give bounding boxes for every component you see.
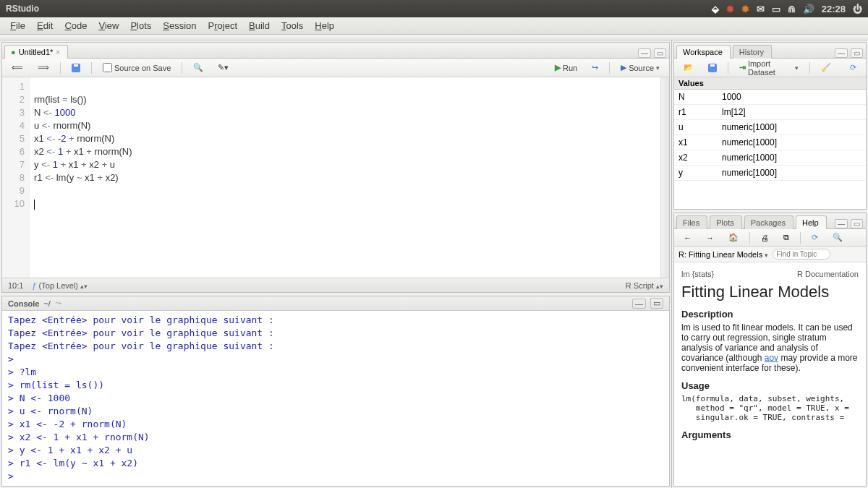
system-tray: ⬙ ✹ ✹ ✉ ▭ ⋒ 🔊 22:28 ⏻ <box>712 4 862 14</box>
code-area[interactable]: rm(list = ls()) N <- 1000 u <- rnorm(N) … <box>30 77 669 278</box>
ws-row[interactable]: r1lm[12] <box>674 105 866 120</box>
back-button[interactable]: ⟸ <box>7 61 28 74</box>
cursor <box>34 200 35 210</box>
help-refresh-button[interactable]: ⟳ <box>807 231 823 244</box>
ws-row[interactable]: unumeric[1000] <box>674 120 866 135</box>
source-pane: ● Untitled1* × — ▭ ⟸ ⟹ Source on Save 🔍 … <box>1 42 670 293</box>
tab-packages[interactable]: Packages <box>744 215 793 229</box>
help-crumb-label[interactable]: R: Fitting Linear Models ▾ <box>678 250 768 259</box>
ws-row[interactable]: x2numeric[1000] <box>674 150 866 166</box>
menu-project[interactable]: Project <box>203 19 243 33</box>
tab-workspace[interactable]: Workspace <box>676 45 731 59</box>
minimize-icon[interactable]: — <box>638 48 651 58</box>
source-status: 10:1 ƒ (Top Level) ▴▾ R Script ▴▾ <box>2 278 669 292</box>
open-button[interactable]: 📂 <box>678 61 699 74</box>
tab-files[interactable]: Files <box>676 215 707 229</box>
help-search[interactable]: 🔍 <box>827 231 848 244</box>
rerun-icon: ↪ <box>592 63 598 72</box>
help-title: Fitting Linear Models <box>681 283 859 301</box>
menu-view[interactable]: View <box>93 19 124 33</box>
bug2-icon[interactable]: ✹ <box>741 4 749 14</box>
dropbox-icon[interactable]: ⬙ <box>712 4 719 14</box>
save-button[interactable] <box>67 62 85 74</box>
ws-row[interactable]: ynumeric[1000] <box>674 166 866 181</box>
menu-tools[interactable]: Tools <box>276 19 309 33</box>
volume-icon[interactable]: 🔊 <box>803 4 814 14</box>
workspace-toolbar: 📂 ⇥ Import Dataset ▾ 🧹 ⟳ <box>674 59 866 77</box>
find-in-topic-input[interactable] <box>773 249 830 260</box>
rerun-button[interactable]: ↪ <box>587 61 603 74</box>
maximize-icon[interactable]: ▭ <box>851 48 863 58</box>
console-body[interactable]: Tapez <Entrée> pour voir le graphique su… <box>2 311 669 486</box>
rscript-icon: ● <box>11 48 16 56</box>
minimize-icon[interactable]: — <box>835 48 848 58</box>
menu-build[interactable]: Build <box>243 19 276 33</box>
bug-icon[interactable]: ✹ <box>726 4 734 14</box>
import-dataset-button[interactable]: ⇥ Import Dataset ▾ <box>734 58 804 78</box>
run-icon: ▶ <box>555 63 561 72</box>
help-tabs: Files Plots Packages Help —▭ <box>674 213 866 229</box>
power-icon[interactable]: ⏻ <box>853 4 862 14</box>
forward-button[interactable]: ⟹ <box>33 61 54 74</box>
maximize-icon[interactable]: ▭ <box>654 48 666 58</box>
help-popout-button[interactable]: ⧉ <box>778 231 794 244</box>
ws-row[interactable]: x1numeric[1000] <box>674 135 866 150</box>
menu-session[interactable]: Session <box>157 19 202 33</box>
mail-icon[interactable]: ✉ <box>757 4 765 14</box>
scrollbar[interactable] <box>660 77 669 278</box>
close-icon[interactable]: × <box>56 48 60 56</box>
app-toolbar <box>0 35 868 40</box>
aov-link[interactable]: aov <box>765 353 778 363</box>
tab-help[interactable]: Help <box>796 215 827 229</box>
refresh-button[interactable]: ⟳ <box>845 61 861 74</box>
help-print-button[interactable]: 🖨 <box>756 232 774 244</box>
help-back-button[interactable]: ← <box>678 232 697 244</box>
editor[interactable]: 12345678910 rm(list = ls()) N <- 1000 u … <box>2 77 669 278</box>
workspace-pane: Workspace History —▭ 📂 ⇥ Import Dataset … <box>673 42 867 210</box>
menu-plots[interactable]: Plots <box>124 19 157 33</box>
help-body[interactable]: lm {stats} R Documentation Fitting Linea… <box>674 262 866 486</box>
battery-icon[interactable]: ▭ <box>772 4 780 14</box>
scope-picker[interactable]: ƒ (Top Level) ▴▾ <box>32 281 88 290</box>
menu-help[interactable]: Help <box>309 19 340 33</box>
source-button[interactable]: ▶ Source ▾ <box>616 61 665 74</box>
run-button[interactable]: ▶ Run <box>550 61 582 74</box>
help-forward-button[interactable]: → <box>701 232 719 244</box>
menu-code[interactable]: Code <box>59 19 93 33</box>
cursor-pos: 10:1 <box>8 281 23 290</box>
help-doclabel: R Documentation <box>797 270 859 278</box>
source-toolbar: ⟸ ⟹ Source on Save 🔍 ✎▾ ▶ Run ↪ ▶ Source… <box>2 59 669 77</box>
values-header: Values <box>674 77 866 90</box>
maximize-icon[interactable]: ▭ <box>650 298 663 309</box>
source-tab-untitled[interactable]: ● Untitled1* × <box>4 45 68 59</box>
help-desc: lm is used to fit linear models. It can … <box>681 322 859 373</box>
file-type[interactable]: R Script ▴▾ <box>626 281 663 290</box>
help-pane: Files Plots Packages Help —▭ ← → 🏠 🖨 ⧉ ⟳… <box>673 213 867 487</box>
source-on-save-checkbox[interactable]: Source on Save <box>98 61 176 74</box>
console-pane: Console ~/ ⤳ — ▭ Tapez <Entrée> pour voi… <box>1 296 670 487</box>
source-tab-label: Untitled1* <box>19 48 54 56</box>
find-button[interactable]: 🔍 <box>188 61 208 74</box>
maximize-icon[interactable]: ▭ <box>851 219 863 228</box>
tab-history[interactable]: History <box>733 45 772 59</box>
help-crumb: R: Fitting Linear Models ▾ <box>674 247 866 262</box>
titlebar: RStudio ⬙ ✹ ✹ ✉ ▭ ⋒ 🔊 22:28 ⏻ <box>0 0 868 17</box>
tab-plots[interactable]: Plots <box>710 215 741 229</box>
save-ws-button[interactable] <box>703 62 722 74</box>
clear-ws-button[interactable]: 🧹 <box>816 61 836 74</box>
wand-button[interactable]: ✎▾ <box>213 61 234 74</box>
source-icon: ▶ <box>621 63 626 72</box>
gutter: 12345678910 <box>2 77 30 278</box>
minimize-icon[interactable]: — <box>835 219 848 228</box>
console-cwd-icon[interactable]: ⤳ <box>55 299 61 308</box>
menu-file[interactable]: File <box>4 19 31 33</box>
minimize-icon[interactable]: — <box>632 299 646 309</box>
wifi-icon[interactable]: ⋒ <box>788 4 796 14</box>
ws-row[interactable]: N1000 <box>674 90 866 105</box>
menu-edit[interactable]: Edit <box>31 19 59 33</box>
source-tabs: ● Untitled1* × — ▭ <box>2 43 669 59</box>
clock[interactable]: 22:28 <box>822 4 846 14</box>
help-home-button[interactable]: 🏠 <box>723 231 744 244</box>
console-header: Console ~/ ⤳ — ▭ <box>2 296 669 311</box>
import-icon: ⇥ <box>739 63 746 72</box>
